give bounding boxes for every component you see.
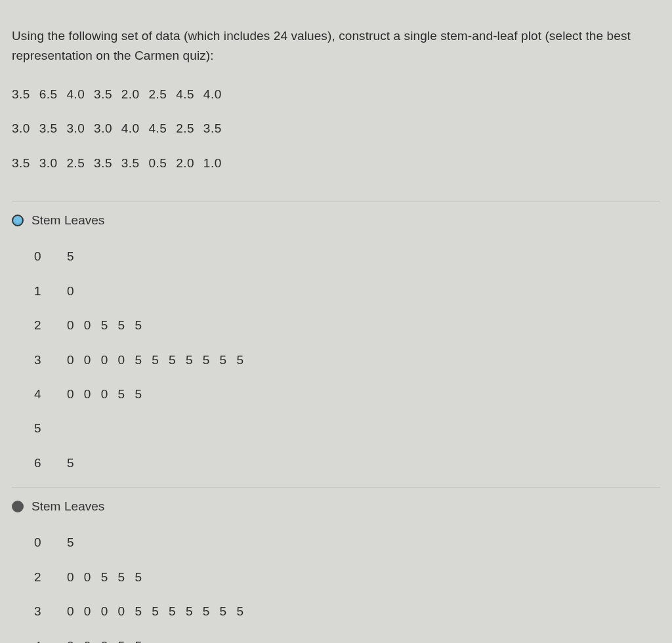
stem-column-header: Stem	[32, 497, 64, 516]
leaves-value: 0	[67, 281, 77, 301]
question-prompt: Using the following set of data (which i…	[12, 26, 660, 66]
stem-value: 0	[34, 247, 67, 266]
leaves-value: 5	[67, 247, 77, 266]
data-row-1: 3.5 6.5 4.0 3.5 2.0 2.5 4.5 4.0	[12, 85, 660, 104]
stem-column-header: Stem	[32, 211, 64, 230]
leaves-value: 0 0 0 0 5 5 5 5 5 5 5	[67, 350, 247, 370]
stem-leaf-row: 05	[34, 239, 660, 274]
stem-value: 2	[34, 316, 67, 335]
leaves-column-header: Leaves	[64, 213, 104, 227]
answer-option-1[interactable]: StemLeaves0520 0 5 5 530 0 0 0 5 5 5 5 5…	[12, 487, 660, 643]
stem-value: 5	[34, 419, 67, 438]
leaves-value: 5	[67, 453, 77, 473]
stem-value: 4	[34, 636, 67, 643]
data-values: 3.5 6.5 4.0 3.5 2.0 2.5 4.5 4.0 3.0 3.5 …	[12, 85, 660, 173]
stem-leaf-row: 65	[34, 446, 660, 480]
stem-leaf-row: 5	[34, 411, 660, 446]
question-container: Using the following set of data (which i…	[12, 26, 660, 643]
leaves-value: 0 0 5 5 5	[67, 568, 145, 587]
data-row-3: 3.5 3.0 2.5 3.5 3.5 0.5 2.0 1.0	[12, 154, 660, 173]
stem-leaf-row: 20 0 5 5 5	[34, 308, 660, 342]
stem-value: 1	[34, 281, 67, 301]
stem-leaf-row: 10	[34, 274, 660, 308]
stem-leaves-header: StemLeaves	[32, 211, 104, 230]
leaves-value: 0 0 0 5 5	[67, 384, 145, 404]
stem-leaf-row: 05	[34, 526, 660, 560]
stem-leaf-table: 0520 0 5 5 530 0 0 0 5 5 5 5 5 5 540 0 0…	[12, 526, 660, 643]
stem-leaves-header: StemLeaves	[32, 497, 104, 516]
stem-leaf-row: 30 0 0 0 5 5 5 5 5 5 5	[34, 343, 660, 377]
leaves-column-header: Leaves	[64, 499, 104, 513]
stem-leaf-row: 30 0 0 0 5 5 5 5 5 5 5	[34, 594, 660, 629]
leaves-value: 0 0 0 0 5 5 5 5 5 5 5	[67, 602, 247, 621]
stem-value: 3	[34, 602, 67, 621]
stem-value: 6	[34, 453, 67, 473]
answer-option-0[interactable]: StemLeaves051020 0 5 5 530 0 0 0 5 5 5 5…	[12, 201, 660, 487]
radio-button[interactable]	[12, 215, 24, 226]
stem-value: 4	[34, 384, 67, 404]
data-row-2: 3.0 3.5 3.0 3.0 4.0 4.5 2.5 3.5	[12, 119, 660, 138]
stem-value: 2	[34, 568, 67, 587]
leaves-value: 0 0 0 5 5	[67, 636, 145, 643]
stem-leaf-row: 20 0 5 5 5	[34, 560, 660, 594]
stem-value: 0	[34, 533, 67, 552]
answer-options: StemLeaves051020 0 5 5 530 0 0 0 5 5 5 5…	[12, 201, 660, 643]
radio-button[interactable]	[12, 501, 24, 512]
stem-leaf-table: 051020 0 5 5 530 0 0 0 5 5 5 5 5 5 540 0…	[12, 239, 660, 480]
stem-leaf-row: 40 0 0 5 5	[34, 629, 660, 643]
stem-value: 3	[34, 350, 67, 370]
leaves-value: 0 0 5 5 5	[67, 316, 145, 335]
option-header: StemLeaves	[12, 211, 660, 230]
stem-leaf-row: 40 0 0 5 5	[34, 377, 660, 411]
leaves-value: 5	[67, 533, 77, 552]
option-header: StemLeaves	[12, 497, 660, 516]
